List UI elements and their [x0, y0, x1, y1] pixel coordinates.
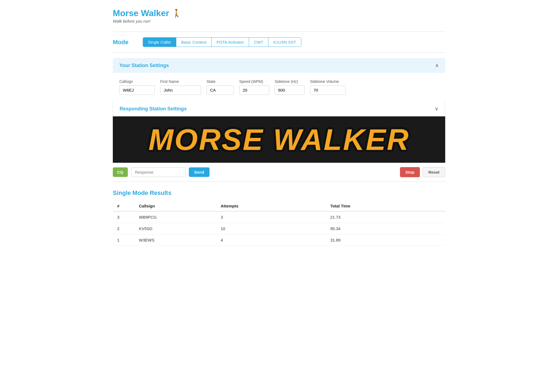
table-row: 1 W3EWS 4 31.89 [113, 234, 445, 246]
station-settings-header[interactable]: Your Station Settings ∧ [113, 58, 445, 73]
state-input[interactable] [207, 85, 234, 95]
cell-callsign: KV5SD [135, 223, 216, 234]
sidetone-volume-field-group: Sidetone Volume [310, 79, 345, 95]
stop-button[interactable]: Stop [400, 167, 420, 177]
tab-pota-activator[interactable]: POTA Activator [212, 38, 249, 47]
app-title-text: Morse Walker [113, 8, 169, 18]
tab-k1usn-sst[interactable]: K1USN SST [268, 38, 301, 47]
sidetone-label: Sidetone (Hz) [275, 79, 305, 84]
results-section: Single Mode Results # Callsign Attempts … [113, 189, 445, 246]
responding-settings-section: Responding Station Settings ∨ [113, 101, 445, 116]
mode-divider [113, 52, 445, 53]
cq-button[interactable]: CQ [113, 167, 128, 177]
mode-label: Mode [113, 39, 135, 46]
cell-attempts: 3 [216, 211, 326, 223]
morse-walker-overlay-text: MORSE WALKER [118, 125, 440, 155]
cell-callsign: W3EWS [135, 234, 216, 246]
table-row: 2 KV5SD 10 95.34 [113, 223, 445, 234]
cell-callsign: WB9PCG [135, 211, 216, 223]
col-callsign: Callsign [135, 201, 216, 211]
send-button[interactable]: Send [189, 167, 210, 177]
state-label: State [207, 79, 234, 84]
cell-total-time: 95.34 [326, 223, 445, 234]
cell-total-time: 31.89 [326, 234, 445, 246]
responding-settings-title: Responding Station Settings [120, 106, 187, 112]
cell-attempts: 10 [216, 223, 326, 234]
controls-right: Stop Reset [400, 167, 445, 177]
col-rank: # [113, 201, 135, 211]
results-header-row: # Callsign Attempts Total Time [113, 201, 445, 211]
header-divider [113, 32, 445, 32]
app-subtitle: Walk before you run! [113, 19, 181, 23]
cell-rank: 3 [113, 211, 135, 223]
header-title: Morse Walker 🚶 Walk before you run! [113, 8, 181, 23]
sidetone-volume-label: Sidetone Volume [310, 79, 345, 84]
cell-rank: 1 [113, 234, 135, 246]
state-field-group: State [207, 79, 234, 95]
sidetone-volume-input[interactable] [310, 85, 345, 95]
page-wrapper: Morse Walker 🚶 Walk before you run! Mode… [102, 0, 456, 254]
first-name-field-group: First Name [160, 79, 201, 95]
sidetone-field-group: Sidetone (Hz) [275, 79, 305, 95]
mode-tabs: Single Caller Basic Contest POTA Activat… [143, 37, 301, 47]
speed-label: Speed (WPM) [239, 79, 269, 84]
callsign-label: Callsign [119, 79, 155, 84]
cell-rank: 2 [113, 223, 135, 234]
walker-icon: 🚶 [172, 9, 181, 18]
speed-field-group: Speed (WPM) [239, 79, 269, 95]
col-total-time: Total Time [326, 201, 445, 211]
tab-single-caller[interactable]: Single Caller [143, 38, 176, 47]
station-settings-fields: Callsign First Name State Speed (WPM) Si… [119, 79, 439, 95]
responding-settings-header[interactable]: Responding Station Settings ∨ [113, 101, 445, 116]
mode-section: Mode Single Caller Basic Contest POTA Ac… [113, 37, 445, 47]
responding-settings-chevron-down-icon: ∨ [435, 106, 438, 112]
controls-row: CQ Send Stop Reset [113, 163, 445, 182]
tab-cwt[interactable]: CWT [249, 38, 268, 47]
col-attempts: Attempts [216, 201, 326, 211]
speed-input[interactable] [239, 85, 269, 95]
station-settings-title: Your Station Settings [119, 63, 169, 68]
header: Morse Walker 🚶 Walk before you run! [113, 8, 445, 23]
first-name-label: First Name [160, 79, 201, 84]
response-input[interactable] [131, 167, 186, 177]
callsign-input[interactable] [119, 85, 155, 95]
first-name-input[interactable] [160, 85, 201, 95]
reset-button[interactable]: Reset [423, 167, 445, 177]
results-table: # Callsign Attempts Total Time 3 WB9PCG … [113, 201, 445, 246]
station-settings-chevron-up-icon: ∧ [435, 62, 439, 68]
cell-total-time: 21.73 [326, 211, 445, 223]
app-title: Morse Walker 🚶 [113, 8, 181, 18]
cell-attempts: 4 [216, 234, 326, 246]
morse-walker-overlay: MORSE WALKER [113, 116, 445, 163]
sidetone-input[interactable] [275, 85, 305, 95]
results-title: Single Mode Results [113, 189, 445, 197]
callsign-field-group: Callsign [119, 79, 155, 95]
tab-basic-contest[interactable]: Basic Contest [176, 38, 212, 47]
station-settings-body: Callsign First Name State Speed (WPM) Si… [113, 73, 445, 101]
table-row: 3 WB9PCG 3 21.73 [113, 211, 445, 223]
station-settings-section: Your Station Settings ∧ Callsign First N… [113, 58, 445, 101]
